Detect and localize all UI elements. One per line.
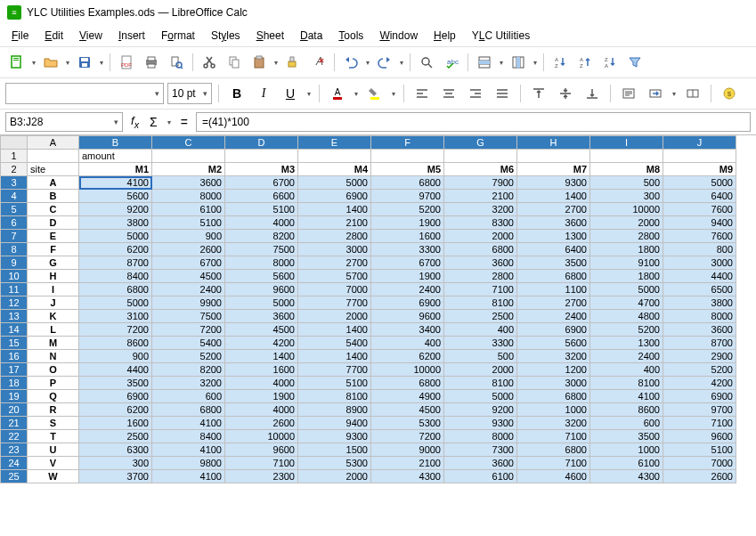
row-header[interactable]: 8	[1, 243, 28, 256]
cell[interactable]: M7	[517, 163, 590, 176]
cell[interactable]: 3000	[663, 256, 736, 270]
menu-edit[interactable]: Edit	[38, 27, 69, 45]
cell[interactable]: 8000	[444, 430, 517, 443]
menu-format[interactable]: Format	[155, 27, 201, 45]
cell[interactable]: 4300	[590, 470, 663, 483]
cell[interactable]: 1400	[225, 350, 298, 363]
cell[interactable]: 9100	[590, 256, 663, 270]
cell[interactable]: 3600	[152, 176, 225, 190]
cell[interactable]: T	[28, 430, 79, 443]
cell[interactable]: 800	[663, 243, 736, 256]
cell[interactable]: 7100	[444, 283, 517, 296]
cell[interactable]: 9300	[444, 417, 517, 430]
cell[interactable]: 7100	[517, 430, 590, 443]
cell[interactable]: 2800	[590, 230, 663, 243]
cell[interactable]: 5100	[152, 216, 225, 230]
cell[interactable]: 7600	[663, 230, 736, 243]
cell[interactable]: 600	[152, 390, 225, 403]
cell[interactable]: 2600	[225, 417, 298, 430]
row-header[interactable]: 25	[1, 470, 28, 483]
row-icon[interactable]	[473, 51, 496, 74]
column-header[interactable]: J	[663, 136, 736, 150]
cell[interactable]: 9000	[371, 443, 444, 457]
undo-icon[interactable]	[339, 51, 362, 74]
copy-icon[interactable]	[223, 51, 246, 74]
cell[interactable]: 8900	[298, 403, 371, 417]
menu-ylc[interactable]: YLC Utilities	[466, 27, 536, 45]
cell[interactable]: site	[28, 163, 79, 176]
cell[interactable]	[663, 150, 736, 163]
cell[interactable]: 7100	[663, 417, 736, 430]
function-wizard-icon[interactable]: fx	[128, 114, 142, 130]
cell[interactable]: 1400	[517, 190, 590, 203]
cell[interactable]: 4100	[79, 176, 152, 190]
cell[interactable]: 6800	[371, 377, 444, 390]
cell[interactable]: 2100	[298, 216, 371, 230]
cell[interactable]: 5100	[663, 443, 736, 457]
cell[interactable]: 9200	[79, 203, 152, 216]
underline-dropdown-icon[interactable]: ▾	[305, 90, 313, 98]
align-top-icon[interactable]	[527, 82, 550, 105]
cell[interactable]: 2500	[444, 310, 517, 323]
cell[interactable]: 6900	[517, 323, 590, 337]
column-header[interactable]: F	[371, 136, 444, 150]
cell[interactable]: S	[28, 417, 79, 430]
cell[interactable]: 5000	[590, 283, 663, 296]
cell[interactable]: 6700	[371, 256, 444, 270]
cell[interactable]: 6100	[152, 203, 225, 216]
menu-tools[interactable]: Tools	[332, 27, 370, 45]
cell[interactable]: 1900	[371, 270, 444, 283]
cell[interactable]: 8000	[663, 310, 736, 323]
cell[interactable]: 7600	[663, 203, 736, 216]
cell[interactable]: M8	[590, 163, 663, 176]
cell[interactable]: 3300	[371, 243, 444, 256]
cell[interactable]	[517, 150, 590, 163]
spellcheck-icon[interactable]: abc	[440, 51, 463, 74]
cell[interactable]: 5400	[298, 337, 371, 350]
cell[interactable]: 1400	[298, 350, 371, 363]
cell[interactable]: 7300	[444, 443, 517, 457]
cell[interactable]: 5000	[663, 176, 736, 190]
cell[interactable]: 3400	[371, 323, 444, 337]
cell[interactable]: 7100	[225, 457, 298, 470]
cell[interactable]: 6900	[79, 390, 152, 403]
underline-button[interactable]: U	[279, 82, 302, 105]
column-header[interactable]: C	[152, 136, 225, 150]
cell[interactable]: 6600	[225, 190, 298, 203]
cell[interactable]: 4100	[152, 417, 225, 430]
cell[interactable]: 6400	[517, 243, 590, 256]
cell[interactable]: 5600	[517, 337, 590, 350]
cell[interactable]: 1300	[590, 337, 663, 350]
cell[interactable]: 5000	[79, 296, 152, 310]
cell[interactable]: 6200	[371, 350, 444, 363]
cell[interactable]: 9600	[663, 430, 736, 443]
cell[interactable]: 5300	[298, 457, 371, 470]
cell[interactable]: 3600	[444, 256, 517, 270]
find-icon[interactable]	[415, 51, 438, 74]
cell[interactable]	[590, 150, 663, 163]
cell[interactable]: 6100	[590, 457, 663, 470]
cell[interactable]: 6100	[444, 470, 517, 483]
paste-icon[interactable]	[248, 51, 271, 74]
cell[interactable]: V	[28, 457, 79, 470]
column-header[interactable]: I	[590, 136, 663, 150]
row-header[interactable]: 3	[1, 176, 28, 190]
cell[interactable]: 3800	[663, 296, 736, 310]
cell[interactable]: 5200	[152, 350, 225, 363]
cell[interactable]: 6800	[371, 176, 444, 190]
cell[interactable]: 9600	[225, 283, 298, 296]
cell[interactable]: 8300	[444, 216, 517, 230]
column-dropdown-icon[interactable]: ▾	[532, 59, 539, 67]
cell[interactable]: M5	[371, 163, 444, 176]
cell[interactable]: G	[28, 256, 79, 270]
cell[interactable]: 3200	[444, 203, 517, 216]
unmerge-cells-icon[interactable]	[681, 82, 704, 105]
cell[interactable]: P	[28, 377, 79, 390]
clone-formatting-icon[interactable]	[281, 51, 305, 74]
column-header[interactable]: D	[225, 136, 298, 150]
row-header[interactable]: 21	[1, 417, 28, 430]
cell[interactable]: 3000	[298, 243, 371, 256]
align-center-icon[interactable]	[437, 82, 460, 105]
row-header[interactable]: 19	[1, 390, 28, 403]
row-header[interactable]: 4	[1, 190, 28, 203]
